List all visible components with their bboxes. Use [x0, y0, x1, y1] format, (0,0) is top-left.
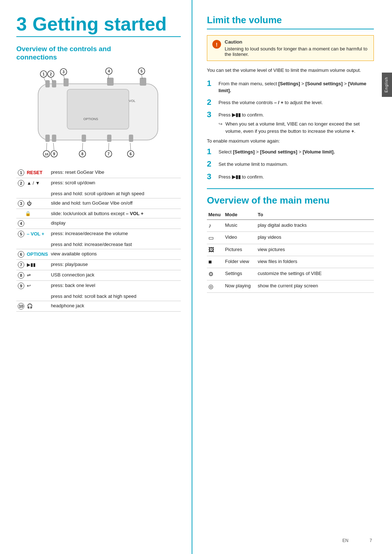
step-3: 3 Press ▶▮▮ to confirm. ↪ When you set a… [207, 110, 374, 135]
table-row: 🖼 Pictures view pictures [207, 244, 374, 256]
svg-text:5: 5 [140, 69, 143, 73]
svg-text:OPTIONS: OPTIONS [83, 117, 98, 121]
svg-line-43 [130, 143, 131, 151]
table-row: 3 ⏻ slide and hold: turn GoGear Vibe on/… [16, 198, 181, 209]
menu-icon: ⚙ [207, 268, 224, 280]
svg-line-35 [51, 77, 53, 81]
table-header-row: Menu Mode To [207, 210, 374, 220]
svg-text:3: 3 [62, 70, 65, 74]
svg-text:2: 2 [50, 72, 52, 76]
svg-line-34 [44, 77, 45, 81]
svg-rect-6 [64, 78, 69, 86]
again-intro: To enable maximum volume again: [207, 138, 374, 144]
menu-to: view pictures [256, 244, 374, 256]
menu-to: play digital audio tracks [256, 219, 374, 231]
table-row: ▭ Video play videos [207, 231, 374, 244]
caution-box: ! Caution Listening to loud sounds for l… [207, 35, 374, 61]
table-row: 10 🎧 headphone jack [16, 301, 181, 311]
controls-table: 1 RESET press: reset GoGear Vibe 2 ▲ / ▼… [16, 168, 181, 312]
side-tab: English [382, 73, 392, 97]
menu-mode: Music [224, 219, 256, 231]
menu-to: view files in folders [256, 256, 374, 268]
menu-mode: Now playing [224, 280, 256, 292]
page-number: 7 [369, 538, 372, 543]
svg-text:VOL: VOL [129, 99, 135, 103]
menu-to: play videos [256, 231, 374, 244]
en-label: EN [342, 538, 348, 543]
svg-rect-19 [45, 135, 50, 142]
menu-mode: Video [224, 231, 256, 244]
svg-text:7: 7 [107, 152, 110, 156]
svg-rect-23 [129, 135, 133, 142]
svg-text:9: 9 [53, 152, 55, 156]
table-row: ⚙ Settings customize the settings of VIB… [207, 268, 374, 280]
step-again-3: 3 Press ▶▮▮ to confirm. [207, 172, 374, 181]
table-row: 4 display [16, 218, 181, 229]
section-heading: Overview of the controls and connections [16, 45, 181, 62]
svg-rect-7 [107, 78, 114, 86]
table-row: 9 ↩ press: back one level press and hold… [16, 280, 181, 301]
main-menu-heading: Overview of the main menu [207, 195, 374, 206]
menu-mode: Pictures [224, 244, 256, 256]
table-row: 6 OPTIONS view available options [16, 249, 181, 259]
table-row: ■ Folder view view files in folders [207, 256, 374, 268]
menu-icon: ◎ [207, 280, 224, 292]
svg-rect-22 [107, 135, 111, 142]
table-row: 7 ▶▮▮ press: play/pause [16, 259, 181, 270]
table-row: 2 ▲ / ▼ press: scroll up/down press and … [16, 178, 181, 198]
caution-icon: ! [212, 40, 221, 49]
main-menu-table: Menu Mode To ♪ Music play digital audio … [207, 210, 374, 293]
table-row: 8 ⇌ USB connection jack [16, 270, 181, 280]
menu-to: show the current play screen [256, 280, 374, 292]
svg-text:4: 4 [108, 69, 110, 73]
menu-to: customize the settings of VIBE [256, 268, 374, 280]
col-mode: Mode [224, 210, 256, 220]
svg-rect-1 [67, 89, 129, 129]
svg-rect-4 [45, 80, 50, 87]
chapter-title: Getting started [33, 13, 167, 34]
svg-rect-8 [140, 78, 146, 86]
svg-line-41 [82, 143, 83, 151]
device-diagram: VOL OPTIONS 1 2 3 4 5 [16, 67, 181, 162]
svg-text:1: 1 [42, 72, 45, 76]
menu-icon: 🖼 [207, 244, 224, 256]
svg-rect-20 [52, 135, 56, 142]
svg-rect-21 [82, 135, 86, 142]
svg-line-39 [46, 143, 47, 151]
svg-line-42 [109, 143, 109, 151]
table-row: 🔒 slide: lock/unlock all buttons except … [16, 209, 181, 218]
caution-title: Caution [225, 39, 368, 45]
caution-content: Caution Listening to loud sounds for lon… [225, 39, 368, 57]
volume-intro: You can set the volume level of VIBE to … [207, 67, 374, 74]
menu-icon: ▭ [207, 231, 224, 244]
table-row: ♪ Music play digital audio tracks [207, 219, 374, 231]
step-2: 2 Press the volume controls – / + to adj… [207, 98, 374, 107]
svg-line-40 [53, 143, 54, 151]
step-1: 1 From the main menu, select [Settings] … [207, 79, 374, 94]
step-again-1: 1 Select [Settings] > [Sound settings] >… [207, 147, 374, 156]
menu-icon: ♪ [207, 219, 224, 231]
table-row: ◎ Now playing show the current play scre… [207, 280, 374, 292]
col-to: To [256, 210, 374, 220]
table-row: 5 – VOL + press: increase/decrease the v… [16, 229, 181, 249]
chapter-heading: 3 Getting started [16, 15, 181, 37]
menu-mode: Folder view [224, 256, 256, 268]
menu-mode: Settings [224, 268, 256, 280]
svg-text:10: 10 [45, 152, 48, 156]
table-row: 1 RESET press: reset GoGear Vibe [16, 168, 181, 178]
menu-icon: ■ [207, 256, 224, 268]
chapter-number: 3 [16, 13, 27, 34]
svg-text:6: 6 [130, 152, 132, 156]
caution-text: Listening to loud sounds for longer than… [225, 46, 368, 57]
svg-text:8: 8 [81, 152, 83, 156]
col-menu: Menu [207, 210, 224, 220]
limit-volume-heading: Limit the volume [207, 15, 374, 29]
step-again-2: 2 Set the volume limit to maximum. [207, 160, 374, 168]
